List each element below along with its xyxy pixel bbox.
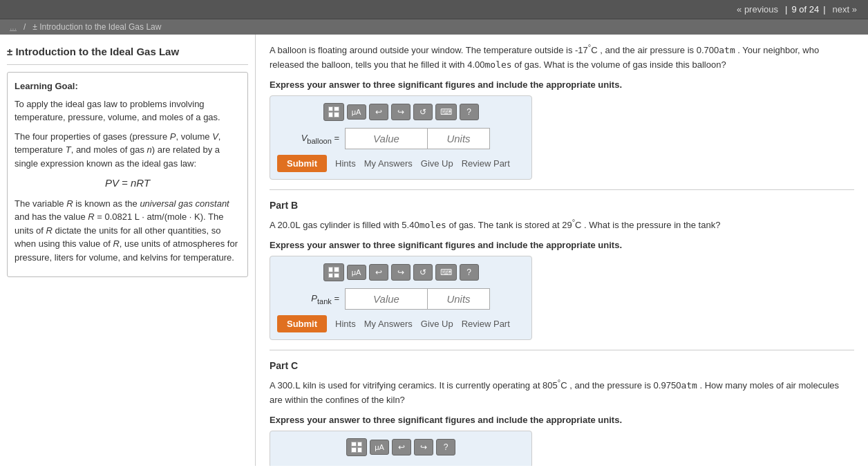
part-b-review-link[interactable]: Review Part [462, 319, 510, 329]
breadcrumb-current: ± Introduction to the Ideal Gas Law [32, 22, 161, 32]
part-a-hints-link[interactable]: Hints [335, 158, 356, 169]
part-b-equation-label: Ptank = [277, 293, 339, 306]
redo-btn-c[interactable]: ↪ [414, 439, 433, 455]
help-btn-c[interactable]: ? [436, 439, 455, 455]
breadcrumb-bar: ... / ± Introduction to the Ideal Gas La… [0, 19, 868, 35]
formula: PV = nRT [15, 176, 240, 191]
part-a-value-input[interactable] [345, 128, 428, 149]
mu-btn-b[interactable]: μΑ [347, 265, 366, 280]
part-a-input-row: Vballoon = [277, 128, 525, 149]
part-b-problem: A 20.0L gas cylinder is filled with 5.40… [270, 216, 854, 233]
redo-btn-b[interactable]: ↪ [391, 264, 411, 281]
part-c-toolbar: μΑ ↩ ↪ ? [277, 438, 525, 456]
part-c-title: Part C [270, 360, 854, 371]
part-a-action-row: Submit Hints My Answers Give Up Review P… [277, 155, 525, 172]
part-a-equation-label: Vballoon = [277, 133, 339, 145]
help-btn-a[interactable]: ? [460, 104, 479, 120]
properties-text: The four properties of gases (pressure P… [15, 130, 240, 171]
part-a-submit-btn[interactable]: Submit [277, 155, 327, 172]
redo-btn-a[interactable]: ↪ [391, 104, 411, 120]
part-b-value-input[interactable] [345, 288, 428, 310]
part-b-action-row: Submit Hints My Answers Give Up Review P… [277, 315, 525, 332]
sidebar-title: ± Introduction to the Ideal Gas Law [7, 41, 248, 65]
part-a-units-input[interactable] [428, 128, 490, 149]
part-a-my-answers-link[interactable]: My Answers [364, 158, 413, 169]
goal-text: To apply the ideal gas law to problems i… [15, 97, 240, 124]
part-b-submit-btn[interactable]: Submit [277, 315, 327, 332]
part-a-problem: A balloon is floating around outside you… [270, 41, 854, 73]
top-bar: « previous | 9 of 24 | next » [0, 0, 868, 19]
refresh-btn-a[interactable]: ↺ [413, 104, 433, 120]
help-btn-b[interactable]: ? [460, 264, 479, 281]
undo-btn-a[interactable]: ↩ [369, 104, 388, 120]
part-c-express: Express your answer to three significant… [270, 415, 854, 425]
keyboard-btn-b[interactable]: ⌨ [435, 264, 457, 281]
part-a-section: A balloon is floating around outside you… [270, 41, 854, 180]
grid-icon-btn-c[interactable] [346, 438, 367, 456]
part-a-review-link[interactable]: Review Part [462, 158, 510, 169]
learning-goal-box: Learning Goal: To apply the ideal gas la… [7, 72, 248, 277]
grid-icon-btn-a[interactable] [323, 103, 344, 121]
refresh-btn-b[interactable]: ↺ [413, 264, 433, 281]
part-b-answer-box: μΑ ↩ ↪ ↺ ⌨ ? Ptank = Submit Hints [270, 256, 532, 340]
part-a-toolbar: μΑ ↩ ↪ ↺ ⌨ ? [277, 103, 525, 121]
mu-btn-c[interactable]: μΑ [370, 440, 389, 455]
part-b-toolbar: μΑ ↩ ↪ ↺ ⌨ ? [277, 263, 525, 281]
previous-link[interactable]: « previous [737, 4, 778, 15]
part-a-answer-box: μΑ ↩ ↪ ↺ ⌨ ? Vballoon = Submit Hints [270, 95, 532, 180]
part-a-express: Express your answer to three significant… [270, 79, 854, 90]
part-c-section: Part C A 300.L kiln is used for vitrifyi… [270, 350, 854, 466]
next-link[interactable]: next » [833, 4, 857, 15]
part-b-my-answers-link[interactable]: My Answers [364, 319, 413, 329]
undo-btn-b[interactable]: ↩ [369, 264, 388, 281]
content-area: A balloon is floating around outside you… [256, 35, 868, 466]
separator2: | [823, 4, 825, 15]
keyboard-btn-a[interactable]: ⌨ [435, 104, 457, 120]
part-c-answer-box: μΑ ↩ ↪ ? [270, 431, 532, 466]
part-b-hints-link[interactable]: Hints [335, 319, 356, 329]
part-a-give-up-link[interactable]: Give Up [421, 158, 453, 169]
undo-btn-c[interactable]: ↩ [392, 439, 411, 455]
grid-icon-btn-b[interactable] [323, 263, 344, 281]
part-b-input-row: Ptank = [277, 288, 525, 310]
sidebar: ± Introduction to the Ideal Gas Law Lear… [0, 35, 256, 466]
separator1: | [785, 4, 787, 15]
breadcrumb-text: ... [10, 22, 17, 32]
part-b-section: Part B A 20.0L gas cylinder is filled wi… [270, 189, 854, 340]
part-b-title: Part B [270, 200, 854, 211]
part-b-give-up-link[interactable]: Give Up [421, 319, 453, 329]
part-b-units-input[interactable] [428, 288, 490, 310]
page-info: 9 of 24 [791, 4, 819, 15]
learning-goal-title: Learning Goal: [15, 79, 240, 93]
breadcrumb-separator: / [23, 22, 26, 32]
mu-btn-a[interactable]: μΑ [347, 104, 366, 120]
part-c-problem: A 300.L kiln is used for vitrifying cera… [270, 377, 854, 408]
variable-text: The variable R is known as the universal… [15, 197, 240, 265]
part-b-express: Express your answer to three significant… [270, 240, 854, 250]
